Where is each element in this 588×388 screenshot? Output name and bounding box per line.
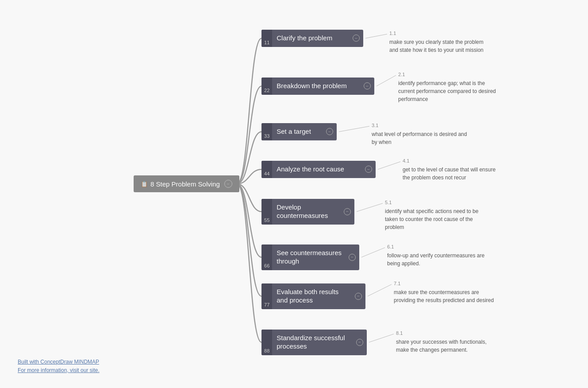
branch-label-1: Clarify the problem [272,30,349,47]
branch-note-6: 6.1follow-up and verify countermeasures … [387,243,489,268]
branch-label-6: See countermeasures through [272,244,345,270]
branch-note-3: 3.1what level of performance is desired … [372,122,473,146]
branch-node-2[interactable]: 2Breakdown the problem− [261,78,374,95]
watermark-line2[interactable]: For more information, visit our site. [18,366,100,375]
branch-node-7[interactable]: 7Evaluate both results and process− [261,283,365,309]
branch-number-5: 5 [261,199,272,225]
branch-label-3: Set a target [272,123,323,140]
branch-collapse-1[interactable]: − [349,30,363,47]
note-text-6: follow-up and verify countermeasures are… [387,252,489,268]
note-num-7: 7.1 [394,280,496,287]
branch-collapse-6[interactable]: − [345,244,359,270]
svg-line-7 [369,334,394,342]
svg-line-0 [365,34,387,38]
watermark[interactable]: Built with ConceptDraw MINDMAP For more … [18,358,100,375]
branch-node-6[interactable]: 6See countermeasures through− [261,244,359,270]
branch-number-3: 3 [261,123,272,140]
branch-node-4[interactable]: 4Analyze the root cause− [261,161,376,178]
branch-node-8[interactable]: 8Standardize successful processes− [261,330,367,355]
mindmap-container: 📋 8 Step Problem Solving − Built with Co… [0,0,588,388]
branch-label-4: Analyze the root cause [272,161,361,178]
note-num-4: 4.1 [403,157,504,165]
branch-node-3[interactable]: 3Set a target− [261,123,337,140]
branch-collapse-5[interactable]: − [340,199,354,225]
svg-line-3 [378,162,400,169]
watermark-line1[interactable]: Built with ConceptDraw MINDMAP [18,358,100,366]
note-num-3: 3.1 [372,122,473,129]
branch-note-4: 4.1get to the level of cause that will e… [403,157,504,182]
branch-collapse-4[interactable]: − [361,161,376,178]
branch-collapse-3[interactable]: − [323,123,337,140]
note-num-1: 1.1 [389,30,491,37]
note-num-8: 8.1 [396,330,498,337]
branch-number-6: 6 [261,244,272,270]
branch-label-2: Breakdown the problem [272,78,360,95]
branch-collapse-8[interactable]: − [353,330,367,355]
note-text-5: identify what specific actions need to b… [385,207,487,231]
branch-note-2: 2.1identify performance gap; what is the… [398,71,500,103]
center-label: 8 Step Problem Solving [150,180,220,188]
branch-node-5[interactable]: 5Develop countermeasures− [261,199,354,225]
center-icon: 📋 [141,181,148,187]
branch-number-1: 1 [261,30,272,47]
branch-note-1: 1.1make sure you clearly state the probl… [389,30,491,54]
svg-line-4 [357,203,383,212]
branch-collapse-7[interactable]: − [351,283,365,309]
branch-number-4: 4 [261,161,272,178]
branch-note-5: 5.1identify what specific actions need t… [385,199,487,231]
branch-number-2: 2 [261,78,272,95]
branch-note-8: 8.1share your successes with functionals… [396,330,498,354]
branch-label-8: Standardize successful processes [272,330,353,355]
svg-line-5 [361,248,385,257]
branch-note-7: 7.1make sure the countermeasures are pro… [394,280,496,304]
branch-node-1[interactable]: 1Clarify the problem− [261,30,363,47]
svg-line-2 [339,126,369,132]
note-num-2: 2.1 [398,71,500,78]
note-num-5: 5.1 [385,199,487,206]
note-num-6: 6.1 [387,243,489,251]
branch-number-8: 8 [261,330,272,355]
branch-number-7: 7 [261,283,272,309]
note-text-4: get to the level of cause that will ensu… [403,166,504,182]
center-collapse-icon[interactable]: − [224,180,232,188]
note-text-2: identify performance gap; what is the cu… [398,79,500,103]
branch-collapse-2[interactable]: − [360,78,374,95]
svg-line-1 [377,75,396,86]
branch-label-5: Develop countermeasures [272,199,340,225]
note-text-7: make sure the countermeasures are provid… [394,288,496,304]
center-node[interactable]: 📋 8 Step Problem Solving − [134,175,239,192]
svg-line-6 [368,284,392,296]
branch-label-7: Evaluate both results and process [272,283,351,309]
note-text-1: make sure you clearly state the problem … [389,38,491,54]
note-text-8: share your successes with functionals, m… [396,338,498,354]
note-text-3: what level of performance is desired and… [372,130,473,146]
